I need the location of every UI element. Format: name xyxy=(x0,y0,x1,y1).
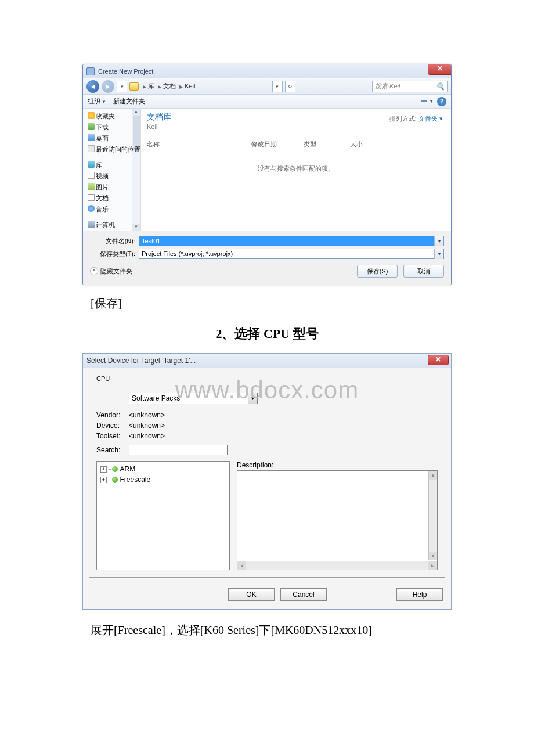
software-packs-combo[interactable]: Software Packs ▼ xyxy=(129,393,258,404)
cancel-button[interactable]: Cancel xyxy=(280,588,327,601)
nav-pictures[interactable]: 图片 xyxy=(88,182,132,193)
title-text: Select Device for Target 'Target 1'... xyxy=(86,357,196,365)
tree-item-arm[interactable]: +···ARM xyxy=(98,464,228,474)
cpu-panel: Software Packs ▼ Vendor:<unknown> Device… xyxy=(89,384,445,578)
filename-dropdown[interactable]: ▾ xyxy=(434,236,443,246)
expand-icon[interactable]: + xyxy=(100,466,107,473)
scroll-right-icon[interactable]: ► xyxy=(428,561,437,570)
empty-message: 没有与搜索条件匹配的项。 xyxy=(147,164,445,173)
column-headers[interactable]: 名称 修改日期 类型 大小 xyxy=(147,138,445,150)
nav-scroll-up[interactable]: ▲ xyxy=(132,109,140,116)
refresh-button[interactable]: ↻ xyxy=(285,81,295,92)
titlebar[interactable]: Create New Project ✕ xyxy=(83,64,451,78)
view-mode-button[interactable]: ▼ xyxy=(421,96,434,107)
scroll-left-icon[interactable]: ◄ xyxy=(237,561,246,570)
toolset-label: Toolset: xyxy=(96,432,129,440)
file-list-pane: 文档库 Keil 排列方式: 文件夹 ▾ 名称 修改日期 类型 大小 没有与搜索… xyxy=(141,109,451,231)
search-label: Search: xyxy=(96,446,129,454)
description-label: Description: xyxy=(237,461,438,469)
history-dropdown[interactable]: ▾ xyxy=(117,81,127,92)
doc-text-freescale: 展开[Freescale]，选择[K60 Series]下[MK60DN512x… xyxy=(91,622,534,638)
sort-by[interactable]: 排列方式: 文件夹 ▾ xyxy=(389,114,443,123)
address-bar: ◄ ► ▾ ▶库 ▶文档 ▶Keil ▾ ↻ 搜索 Keil 🔍 xyxy=(83,78,451,95)
crumb-3[interactable]: Keil xyxy=(185,82,195,89)
doc-heading: 2、选择 CPU 型号 xyxy=(0,325,534,343)
button-bar: OK Cancel Help xyxy=(83,584,451,609)
app-icon xyxy=(86,67,95,75)
chevron-down-icon: ▼ xyxy=(248,393,257,404)
back-button[interactable]: ◄ xyxy=(86,80,99,93)
close-button[interactable]: ✕ xyxy=(428,355,449,365)
breadcrumb[interactable]: ▶库 ▶文档 ▶Keil xyxy=(141,82,195,91)
nav-downloads[interactable]: 下载 xyxy=(88,122,132,133)
doc-text-save: [保存] xyxy=(91,296,534,311)
filename-label: 文件名(N): xyxy=(90,237,135,246)
vendor-dot-icon xyxy=(112,477,118,483)
library-subtitle: Keil xyxy=(147,123,445,130)
desc-vscroll[interactable]: ▲ ▼ xyxy=(428,471,437,560)
toolset-value: <unknown> xyxy=(129,432,165,440)
nav-pane: ▲ ▼ 收藏夹 下载 桌面 最近访问的位置 库 视频 图片 文档 xyxy=(83,109,141,231)
tree-item-freescale[interactable]: +···Freescale xyxy=(98,474,228,485)
device-label: Device: xyxy=(96,422,129,430)
desc-hscroll[interactable]: ◄ ► xyxy=(237,561,437,570)
vendor-value: <unknown> xyxy=(129,411,165,419)
tab-strip: CPU xyxy=(89,372,451,384)
cancel-button[interactable]: 取消 xyxy=(403,265,444,278)
filetype-label: 保存类型(T): xyxy=(90,250,135,258)
titlebar[interactable]: Select Device for Target 'Target 1'... ✕ xyxy=(83,354,451,368)
folder-icon xyxy=(129,82,139,91)
save-button[interactable]: 保存(S) xyxy=(357,265,398,278)
filetype-dropdown[interactable]: ▾ xyxy=(434,249,443,259)
filename-input[interactable]: Test01 ▾ xyxy=(139,236,444,246)
search-input[interactable]: 搜索 Keil 🔍 xyxy=(372,81,448,92)
nav-desktop[interactable]: 桌面 xyxy=(88,133,132,144)
new-folder-button[interactable]: 新建文件夹 xyxy=(113,97,145,106)
search-input[interactable] xyxy=(129,445,228,455)
col-type[interactable]: 类型 xyxy=(304,138,350,150)
col-date[interactable]: 修改日期 xyxy=(251,138,304,150)
search-placeholder: 搜索 Keil xyxy=(375,82,400,91)
select-device-dialog: Select Device for Target 'Target 1'... ✕… xyxy=(82,353,452,610)
toolbar: 组织▼ 新建文件夹 ▼ ? xyxy=(83,95,451,109)
nav-music[interactable]: 音乐 xyxy=(88,204,132,215)
help-icon[interactable]: ? xyxy=(437,97,446,106)
search-icon: 🔍 xyxy=(436,82,445,91)
nav-documents[interactable]: 文档 xyxy=(88,193,132,204)
nav-libraries[interactable]: 库 xyxy=(88,160,132,171)
organize-menu[interactable]: 组织▼ xyxy=(88,97,106,106)
nav-computer[interactable]: 计算机 xyxy=(88,219,132,231)
filetype-select[interactable]: Project Files (*.uvproj; *.uvprojx) ▾ xyxy=(139,249,444,259)
title-text: Create New Project xyxy=(98,68,153,75)
col-name[interactable]: 名称 xyxy=(147,138,251,150)
close-button[interactable]: ✕ xyxy=(428,64,451,75)
hide-folders-toggle[interactable]: ˄ 隐藏文件夹 xyxy=(90,267,132,276)
path-dropdown[interactable]: ▾ xyxy=(272,81,283,92)
tab-cpu[interactable]: CPU xyxy=(89,373,117,384)
create-project-dialog: Create New Project ✕ ◄ ► ▾ ▶库 ▶文档 ▶Keil … xyxy=(82,64,452,285)
chevron-up-icon: ˄ xyxy=(90,267,98,275)
crumb-1[interactable]: 库 xyxy=(148,82,154,89)
device-value: <unknown> xyxy=(129,422,165,430)
save-panel: 文件名(N): Test01 ▾ 保存类型(T): Project Files … xyxy=(83,231,451,285)
nav-scroll-down[interactable]: ▼ xyxy=(132,224,140,231)
forward-button[interactable]: ► xyxy=(102,80,114,93)
scroll-up-icon[interactable]: ▲ xyxy=(429,471,437,480)
nav-recent[interactable]: 最近访问的位置 xyxy=(88,144,132,155)
crumb-2[interactable]: 文档 xyxy=(163,82,176,89)
ok-button[interactable]: OK xyxy=(228,588,275,601)
help-button[interactable]: Help xyxy=(396,588,443,601)
nav-videos[interactable]: 视频 xyxy=(88,171,132,182)
scroll-down-icon[interactable]: ▼ xyxy=(429,552,437,560)
device-tree[interactable]: +···ARM +···Freescale xyxy=(96,461,230,570)
vendor-dot-icon xyxy=(112,466,118,472)
vendor-label: Vendor: xyxy=(96,411,129,419)
expand-icon[interactable]: + xyxy=(100,477,107,483)
col-size[interactable]: 大小 xyxy=(350,138,385,150)
description-box[interactable]: ▲ ▼ ◄ ► xyxy=(237,470,438,570)
nav-favorites[interactable]: 收藏夹 xyxy=(88,111,132,122)
